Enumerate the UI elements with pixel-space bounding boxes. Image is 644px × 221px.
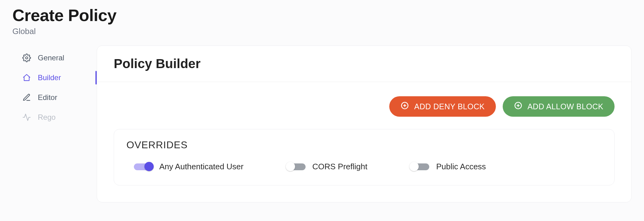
sidebar-item-editor[interactable]: Editor [12, 88, 84, 107]
sidebar-item-rego[interactable]: Rego [12, 107, 84, 127]
override-cors-preflight: CORS Preflight [287, 162, 368, 171]
add-allow-block-button[interactable]: ADD ALLOW BLOCK [503, 96, 615, 117]
add-deny-block-button[interactable]: ADD DENY BLOCK [389, 96, 496, 117]
edit-icon [22, 93, 31, 102]
main-panel: Policy Builder ADD DENY BLOCK ADD ALLO [97, 46, 632, 202]
sidebar-item-label: General [38, 54, 64, 62]
page-title: Create Policy [12, 6, 632, 25]
toggle-label: CORS Preflight [312, 162, 368, 171]
toggle-any-authenticated-user[interactable] [134, 163, 152, 170]
toggle-cors-preflight[interactable] [287, 163, 306, 170]
button-label: ADD DENY BLOCK [414, 102, 484, 111]
overrides-title: OVERRIDES [126, 139, 602, 151]
overrides-row: Any Authenticated User CORS Preflight Pu… [126, 162, 602, 171]
override-any-authenticated-user: Any Authenticated User [134, 162, 244, 171]
home-icon [22, 73, 31, 82]
toggle-public-access[interactable] [411, 163, 429, 170]
svg-point-0 [26, 57, 28, 59]
gear-icon [22, 54, 31, 62]
button-label: ADD ALLOW BLOCK [527, 102, 603, 111]
sidebar-item-label: Editor [38, 93, 57, 102]
sidebar: General Builder Editor Rego [12, 46, 84, 202]
toggle-label: Any Authenticated User [159, 162, 244, 171]
plus-circle-icon [514, 101, 523, 112]
page-subtitle: Global [12, 27, 632, 36]
sidebar-item-builder[interactable]: Builder [12, 68, 84, 88]
sidebar-item-label: Rego [38, 113, 55, 122]
main-title: Policy Builder [114, 56, 615, 71]
override-public-access: Public Access [411, 162, 486, 171]
action-row: ADD DENY BLOCK ADD ALLOW BLOCK [114, 96, 615, 117]
main-header: Policy Builder [97, 46, 631, 82]
sidebar-item-label: Builder [38, 73, 61, 82]
overrides-card: OVERRIDES Any Authenticated User CORS Pr… [114, 129, 615, 185]
sidebar-item-general[interactable]: General [12, 48, 84, 68]
toggle-label: Public Access [436, 162, 486, 171]
plus-circle-icon [400, 101, 409, 112]
activity-icon [22, 113, 31, 122]
